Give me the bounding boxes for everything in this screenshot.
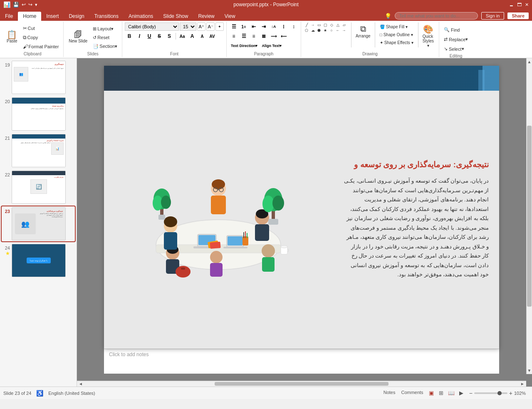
comments-button[interactable]: Comments bbox=[398, 389, 426, 397]
align-right-button[interactable]: ≡ bbox=[249, 32, 258, 40]
shape-fill-button[interactable]: 🪣 Shape Fill ▾ bbox=[378, 23, 416, 30]
tab-insert[interactable]: Insert bbox=[41, 12, 64, 21]
slide-thumb-22[interactable]: 22 سازمان یادگیرنده 🔄 bbox=[2, 170, 75, 205]
close-button[interactable]: ✕ bbox=[525, 2, 529, 7]
font-family-select[interactable]: Calibri (Body) bbox=[125, 22, 179, 31]
paste-button[interactable]: 📋 Paste bbox=[4, 29, 20, 45]
tab-view[interactable]: View bbox=[220, 12, 240, 21]
shape-cylinder[interactable]: ⬠ bbox=[304, 28, 309, 33]
accessibility-icon[interactable]: ♿ bbox=[36, 390, 43, 397]
replace-button[interactable]: ⇄ Replace ▾ bbox=[442, 35, 470, 43]
italic-button[interactable]: I bbox=[135, 32, 144, 40]
change-case-button[interactable]: Aa bbox=[178, 32, 187, 40]
zoom-level[interactable]: 102% bbox=[514, 391, 529, 396]
shape-diamond[interactable]: ◇ bbox=[329, 22, 334, 27]
shape-arrow[interactable]: → bbox=[310, 22, 316, 27]
bullets-button[interactable]: ☰ bbox=[229, 22, 238, 31]
increase-indent-button[interactable]: ⇥ bbox=[259, 22, 268, 31]
shape-right-arrow[interactable]: → bbox=[341, 28, 347, 33]
text-direction-button[interactable]: Text Direction▾ bbox=[229, 42, 259, 50]
align-left-button[interactable]: ≡ bbox=[229, 32, 238, 40]
shape-effects-button[interactable]: ✦ Shape Effects ▾ bbox=[378, 39, 416, 46]
strikethrough-button[interactable]: S bbox=[155, 32, 164, 40]
slide-thumb-19[interactable]: 19 نتیجه‌گیری 👥 نیروی انسانی یکی از مهم‌… bbox=[2, 60, 75, 95]
tab-slideshow[interactable]: Slide Show bbox=[158, 12, 193, 21]
share-button[interactable]: Share bbox=[507, 12, 529, 19]
shape-oval[interactable]: ○ bbox=[329, 28, 334, 33]
columns-button[interactable]: ⫶ bbox=[279, 22, 288, 31]
text-shadow-button[interactable]: S bbox=[165, 32, 174, 40]
maximize-button[interactable]: 🗖 bbox=[517, 2, 522, 7]
minimize-button[interactable]: 🗕 bbox=[509, 2, 514, 7]
scroll-up-button[interactable]: ▲ bbox=[526, 58, 532, 65]
select-button[interactable]: ↘ Select ▾ bbox=[442, 45, 466, 53]
zoom-out-button[interactable]: − bbox=[469, 390, 473, 397]
increase-font-button[interactable]: A⁺ bbox=[197, 22, 205, 31]
shape-cloud[interactable]: ☁ bbox=[310, 28, 316, 33]
cut-button[interactable]: ✂ Cut bbox=[21, 24, 61, 32]
layout-button[interactable]: ⊞ Layout ▾ bbox=[91, 25, 119, 33]
new-slide-button[interactable]: 🗐 New Slide bbox=[66, 29, 90, 45]
tell-me-input[interactable] bbox=[395, 12, 478, 20]
tab-home[interactable]: Home bbox=[18, 12, 41, 21]
quick-access-customize[interactable]: ▾ bbox=[35, 2, 37, 7]
text-direction-btn[interactable]: ↕A bbox=[269, 22, 278, 31]
clear-format-button[interactable]: ✦ bbox=[215, 22, 224, 31]
line-spacing-button[interactable]: ↕ bbox=[289, 22, 298, 31]
find-button[interactable]: 🔍 Find bbox=[442, 26, 462, 34]
scroll-right-button[interactable]: ► bbox=[519, 381, 526, 387]
slide-main-area[interactable]: ▲ ▼ ◄ ► bbox=[77, 58, 532, 387]
tab-file[interactable]: File bbox=[0, 12, 18, 21]
reading-view-button[interactable]: 📖 bbox=[447, 389, 456, 397]
decrease-indent-button[interactable]: ⇤ bbox=[249, 22, 258, 31]
slide-thumb-21[interactable]: 21 مدیریت استعداد و آموزش ارتقای شغلی و … bbox=[2, 133, 75, 168]
shape-triangle[interactable]: △ bbox=[335, 22, 341, 27]
align-center-button[interactable]: ☰ bbox=[239, 32, 248, 40]
slideshow-view-button[interactable]: ▶ bbox=[457, 389, 466, 397]
font-size-select[interactable]: 15 bbox=[180, 22, 196, 31]
shape-pentagon[interactable]: ⬟ bbox=[316, 28, 322, 33]
copy-button[interactable]: ⧉ Copy bbox=[21, 33, 61, 42]
slide-canvas[interactable]: نتیجه‌گیری: سرمایه‌گذاری بر روی توسعه و … bbox=[104, 66, 499, 349]
sign-in-button[interactable]: Sign in bbox=[481, 12, 505, 20]
tab-animations[interactable]: Animations bbox=[124, 12, 158, 21]
slide-sorter-button[interactable]: ⊞ bbox=[437, 389, 446, 397]
format-painter-button[interactable]: 🖌 Format Painter bbox=[21, 42, 61, 51]
font-color-button[interactable]: A bbox=[188, 32, 197, 40]
shape-outline-button[interactable]: □ Shape Outline ▾ bbox=[378, 31, 416, 38]
notes-button[interactable]: Notes bbox=[381, 389, 398, 397]
scroll-left-button[interactable]: ◄ bbox=[77, 381, 84, 387]
numbering-button[interactable]: 1≡ bbox=[239, 22, 248, 31]
quick-access-redo[interactable]: ↪ bbox=[28, 2, 32, 7]
zoom-slider[interactable] bbox=[474, 392, 507, 394]
text-dir-ltr-button[interactable]: ⟶ bbox=[269, 32, 278, 40]
shape-parallelogram[interactable]: ▱ bbox=[341, 22, 347, 27]
section-button[interactable]: 📑 Section ▾ bbox=[91, 42, 119, 50]
shape-line[interactable]: ╱ bbox=[304, 22, 309, 27]
reset-button[interactable]: ↺ Reset bbox=[91, 34, 119, 42]
notes-area[interactable]: Click to add notes bbox=[104, 349, 499, 374]
decrease-font-button[interactable]: A⁻ bbox=[206, 22, 215, 31]
justify-button[interactable]: ≣ bbox=[259, 32, 268, 40]
bold-button[interactable]: B bbox=[125, 32, 134, 40]
quick-access-save[interactable]: 💾 bbox=[13, 2, 19, 7]
arrange-button[interactable]: ⧉ Arrange bbox=[353, 22, 373, 40]
char-spacing-button[interactable]: AV bbox=[208, 32, 217, 40]
shape-left-arrow[interactable]: ← bbox=[335, 28, 341, 33]
zoom-in-button[interactable]: + bbox=[509, 390, 512, 397]
slide-thumb-20[interactable]: 20 برنامه‌ریزی توسعه محتوای آموزشی سازما… bbox=[2, 97, 75, 131]
tab-design[interactable]: Design bbox=[64, 12, 89, 21]
shape-rect[interactable]: ▭ bbox=[316, 22, 322, 27]
scroll-down-button[interactable]: ▼ bbox=[526, 367, 532, 374]
align-text-button[interactable]: Align Text▾ bbox=[260, 42, 283, 50]
tab-transitions[interactable]: Transitions bbox=[89, 12, 124, 21]
normal-view-button[interactable]: ▣ bbox=[427, 389, 436, 397]
quick-access-undo[interactable]: ↩ bbox=[22, 2, 26, 7]
shape-star[interactable]: ★ bbox=[322, 28, 328, 33]
quick-styles-button[interactable]: 🎨 QuickStyles ▾ bbox=[420, 22, 436, 50]
underline-button[interactable]: U bbox=[145, 32, 154, 40]
highlight-button[interactable]: A bbox=[198, 32, 207, 40]
slide-thumb-23[interactable]: 23 👥 نتیجه‌گیری: سرمایه‌گذاری در پایان، … bbox=[2, 206, 75, 241]
language-indicator[interactable]: English (United States) bbox=[48, 391, 95, 396]
shape-rounded-rect[interactable]: ▢ bbox=[322, 22, 328, 27]
